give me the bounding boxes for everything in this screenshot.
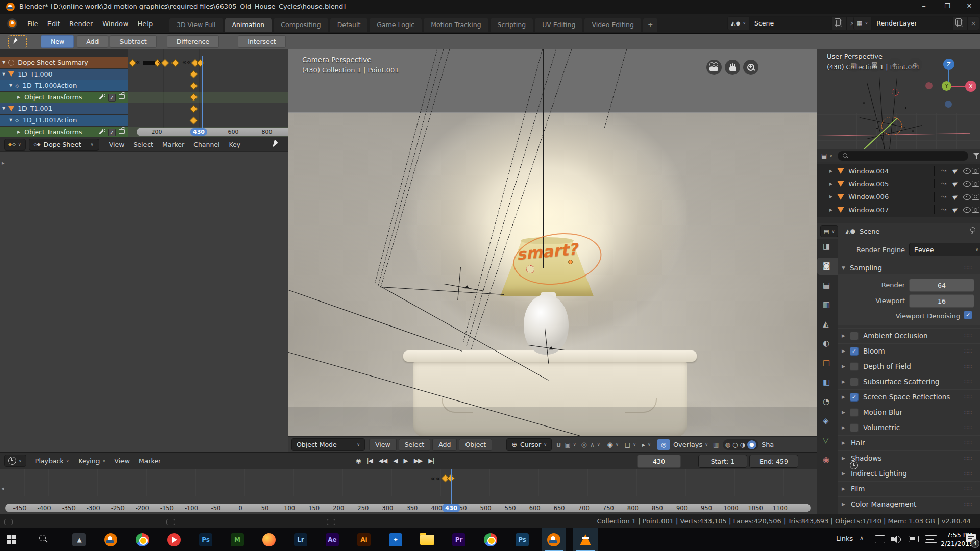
dope-menu-view[interactable]: View	[105, 139, 129, 150]
scene-copy-icon[interactable]	[832, 16, 846, 30]
particles-tab-icon[interactable]: ◔	[823, 397, 829, 406]
renderlayer-copy-icon[interactable]	[953, 16, 967, 30]
record-button[interactable]: ◉	[354, 456, 362, 465]
region-collapse-arrow[interactable]: ◂	[1, 485, 4, 492]
axis-neg-x-ball[interactable]	[925, 82, 933, 89]
links-expand-icon[interactable]: ∧	[860, 535, 864, 541]
timeline-menu-marker[interactable]: Marker	[135, 456, 165, 466]
screen-space-reflections-checkbox[interactable]: ✓	[850, 393, 859, 402]
menu-render[interactable]: Render	[65, 18, 97, 30]
channel-row[interactable]: ▼◇1D_T1.000Action	[0, 80, 128, 91]
viewport-menu-select[interactable]: Select	[399, 439, 431, 451]
unlock-icon[interactable]	[119, 94, 125, 99]
proportional-edit-icon[interactable]: ◎	[581, 441, 587, 448]
display-mode-icon[interactable]: ▤	[821, 152, 827, 159]
panel-grip-icon[interactable]: ∷∷	[964, 363, 972, 370]
expand-arrow-icon[interactable]: ▶	[842, 486, 845, 491]
section-volumetric[interactable]: ▶Volumetric∷∷	[838, 420, 980, 435]
wrench-icon[interactable]	[98, 129, 104, 135]
physics-tab-icon[interactable]: ◈	[823, 416, 829, 425]
properties-editor-type-button[interactable]: ▤∨	[820, 225, 838, 237]
expand-arrow-icon[interactable]: ▶	[842, 348, 845, 354]
timeline-playhead[interactable]	[451, 469, 452, 504]
show-object-types-icon[interactable]: ▸	[642, 441, 645, 448]
section-indirect-lighting[interactable]: ▶Indirect Lighting∷∷	[838, 466, 980, 481]
object-tab-icon[interactable]: □	[823, 358, 830, 367]
menu-window[interactable]: Window	[97, 18, 133, 30]
material-tab-icon[interactable]: ◉	[823, 455, 829, 464]
expand-arrow-icon[interactable]: ▶	[842, 425, 845, 430]
render-tab-icon[interactable]: ◙	[823, 261, 830, 270]
shading-solid-icon[interactable]: ○	[732, 441, 738, 448]
taskbar-app-blender[interactable]	[99, 528, 123, 551]
outliner-row[interactable]: ▶Window.004↝▶	[817, 165, 980, 177]
select-arrow-icon[interactable]: ▶	[951, 179, 959, 188]
mode-dropdown[interactable]: Object Mode∨	[291, 438, 365, 451]
snap-target-icon[interactable]: ▣	[565, 441, 570, 448]
pan-hand-icon[interactable]	[725, 60, 740, 75]
subtract-button[interactable]: Subtract	[110, 35, 156, 48]
links-toolbar[interactable]: Links	[836, 535, 853, 542]
keyframe-diamond[interactable]	[161, 59, 169, 67]
expand-arrow-icon[interactable]: ▶	[17, 130, 20, 134]
overlays-toggle-icon[interactable]: ◎	[657, 439, 670, 450]
tool-tab-icon[interactable]: ◨	[823, 242, 830, 251]
hide-eye-icon[interactable]	[963, 194, 971, 200]
timeline-menu-keying[interactable]: Keying∨	[75, 456, 110, 466]
collapse-arrow-icon[interactable]: ▼	[2, 72, 5, 77]
collapse-arrow-icon[interactable]: ▼	[9, 118, 12, 122]
keyboard-icon[interactable]	[925, 535, 937, 543]
modifiers-tab-icon[interactable]: ◧	[823, 378, 830, 387]
dope-menu-key[interactable]: Key	[225, 139, 244, 150]
render-engine-dropdown[interactable]: Eevee∨	[909, 243, 980, 256]
tab-scripting[interactable]: Scripting	[491, 18, 533, 32]
expand-arrow-icon[interactable]: ▶	[842, 502, 845, 507]
pivot-dropdown[interactable]: ⊕Cursor∨	[506, 438, 552, 451]
viewport-denoising-checkbox[interactable]: ✓	[964, 311, 972, 319]
unlock-icon[interactable]	[119, 129, 125, 134]
menu-file[interactable]: File	[22, 18, 43, 30]
expand-arrow-icon[interactable]: ▶	[842, 440, 845, 445]
section-color-management[interactable]: ▶Color Management∷∷	[838, 496, 980, 511]
maximize-button[interactable]: ❐	[936, 2, 959, 10]
expand-arrow-icon[interactable]: ▶	[842, 471, 845, 476]
collapse-arrow-icon[interactable]: ▼	[2, 60, 5, 65]
object-data-tab-icon[interactable]: ▽	[823, 436, 829, 445]
depth-of-field-checkbox[interactable]	[850, 362, 859, 371]
proportional-falloff-icon[interactable]: ∧	[590, 441, 595, 448]
shading-material-icon[interactable]: ◑	[740, 441, 745, 448]
battery-icon[interactable]	[909, 536, 919, 542]
expand-arrow-icon[interactable]: ▶	[842, 333, 845, 338]
volume-icon[interactable]	[891, 535, 900, 543]
dope-cursor-tool-icon[interactable]	[273, 139, 279, 148]
camera-visibility-icon[interactable]	[972, 207, 979, 213]
panel-grip-icon[interactable]: ∷∷	[964, 424, 972, 431]
camera-visibility-icon[interactable]	[972, 194, 979, 200]
panel-grip-icon[interactable]: ∷∷	[964, 265, 972, 271]
renderlayer-selector[interactable]: ▦∨ RenderLayer ×	[853, 17, 979, 30]
active-tool-select-box[interactable]	[8, 35, 27, 48]
expand-arrow-icon[interactable]: ▶	[842, 379, 845, 384]
expand-arrow-icon[interactable]: ▶	[842, 410, 845, 415]
dope-playhead[interactable]	[202, 56, 203, 136]
fcurve-icon[interactable]: ↝	[941, 205, 946, 213]
section-ambient-occlusion[interactable]: ▶Ambient Occlusion∷∷	[838, 328, 980, 343]
channel-enable-checkbox[interactable]: ✓	[108, 129, 116, 136]
output-tab-icon[interactable]: ▤	[823, 281, 830, 290]
taskbar-app-illustrator[interactable]: Ai	[352, 528, 376, 551]
outliner-row[interactable]: ▶Window.005↝▶	[817, 178, 980, 190]
keyframe-diamond[interactable]	[172, 59, 180, 67]
camera-visibility-icon[interactable]	[972, 168, 979, 174]
xray-toggle-icon[interactable]: ▥	[713, 441, 719, 448]
collapse-arrow-icon[interactable]: ▼	[9, 83, 12, 88]
renderlayer-close-icon[interactable]: ×	[967, 16, 979, 30]
difference-button[interactable]: Difference	[167, 35, 219, 48]
viewport-menu-view[interactable]: View	[369, 439, 397, 451]
frame-start-field[interactable]: Start: 1	[698, 455, 747, 468]
taskbar-app-premiere[interactable]: Pr	[447, 528, 471, 551]
transform-orientation-icon[interactable]: ◉	[607, 441, 613, 448]
taskbar-app-m-app[interactable]: M	[225, 528, 250, 551]
dope-menu-select[interactable]: Select	[129, 139, 157, 150]
expand-arrow-icon[interactable]: ▶	[842, 456, 845, 461]
wrench-icon[interactable]	[98, 94, 104, 100]
